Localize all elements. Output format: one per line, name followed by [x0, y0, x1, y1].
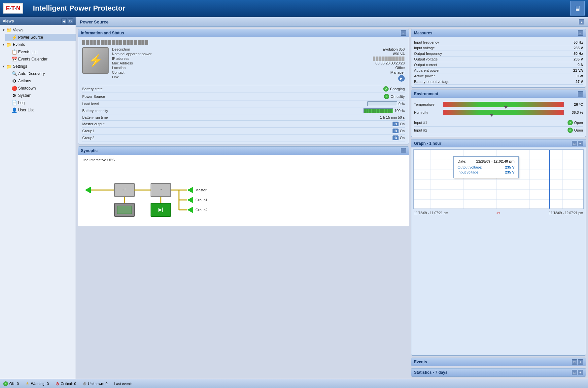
sidebar-item-events[interactable]: ▼ 📁 Events [0, 41, 76, 48]
master-output-value: ⏻ On [393, 122, 405, 126]
temperature-marker [504, 106, 508, 109]
group2-label: Group2 [195, 208, 208, 212]
battery-bar [363, 108, 393, 113]
sidebar-controls: ◀ ↻ [61, 19, 73, 24]
graph-controls: □ − [572, 141, 583, 146]
sidebar-item-actions[interactable]: ⚙ Actions [5, 77, 76, 85]
graph-minimize-btn[interactable]: − [578, 141, 583, 146]
events-panel: Events □ + [411, 358, 586, 366]
tooltip-date-label: Date: [458, 159, 466, 163]
sidebar-label-actions: Actions [18, 79, 31, 83]
synoptic-minimize-btn[interactable]: − [401, 148, 406, 153]
log-icon: 📄 [11, 100, 17, 106]
ip-label: IP address [112, 57, 152, 60]
content-header-btn[interactable]: ▸ [579, 19, 584, 24]
graph-tooltip: Date: 11/18/09 - 12:02:40 pm Output volt… [453, 156, 519, 178]
info-status-minimize-btn[interactable]: − [401, 30, 406, 36]
events-title: Events [414, 360, 427, 364]
group2-value: ⏻ On [393, 136, 405, 140]
environment-minimize-btn[interactable]: − [578, 91, 583, 97]
ok-label: OK: [9, 382, 16, 386]
graph-time-start: 11/18/09 - 11:07:21 am [414, 211, 448, 215]
events-add-btn[interactable]: + [578, 359, 583, 365]
sidebar-item-system[interactable]: ⚙ System [5, 92, 76, 99]
group2-row: Group2 ⏻ On [82, 135, 405, 141]
graph-expand-btn[interactable]: □ [572, 141, 577, 146]
events-controls: □ + [572, 359, 583, 365]
app-header: E·T·N Intelligent Power Protector 🖥 [0, 0, 588, 17]
link-label: Link [112, 75, 152, 82]
sidebar-item-events-list[interactable]: 📋 Events List [5, 48, 76, 56]
sidebar-item-shutdown[interactable]: 🔴 Shutdown [5, 85, 76, 92]
apparent-power-row: Apparent power 21 VA [414, 68, 583, 73]
sidebar-item-settings[interactable]: ▼ 📁 Settings [0, 63, 76, 70]
computer-icon: 🖥 [570, 1, 585, 16]
input2-label: Input #2 [414, 128, 427, 132]
status-unknown: ⊗ Unknown: 0 [83, 381, 108, 386]
master-arrow [187, 187, 193, 193]
sidebar-item-views[interactable]: ▼ 📁 Views [0, 26, 76, 34]
humidity-bar [443, 110, 564, 115]
synoptic-subtitle: Line Interactive UPS [82, 158, 405, 162]
info-status-title: Information and Status [81, 31, 124, 35]
mac-value: 00:06:23:00:20:28 [156, 61, 405, 65]
input1-icon: ✓ [568, 120, 573, 125]
info-status-body: ██████████████████ ⚡ Description Evoluti… [78, 37, 409, 144]
synoptic-body: Line Interactive UPS ≈= [78, 155, 409, 226]
sidebar-item-user-list[interactable]: 👤 User List [5, 106, 76, 114]
bypass-label: ▶| [158, 207, 163, 212]
desc-label: Description [112, 47, 152, 51]
sidebar-item-auto-discovery[interactable]: 🔍 Auto Discovery [5, 70, 76, 77]
measures-controls: − [578, 30, 583, 36]
folder-icon-settings: 📁 [6, 63, 12, 69]
temperature-value: 26 °C [567, 102, 583, 106]
ok-icon: ✓ [3, 381, 8, 386]
input-voltage-value: 235 V [573, 46, 583, 50]
graph-time-icon[interactable]: ✂ [497, 210, 501, 215]
sidebar-tree: ▼ 📁 Views ⚡ Power Source ▼ 📁 Events [0, 25, 76, 379]
battery-inner [117, 206, 132, 214]
right-column: Measures − Input frequency 50 Hz [411, 29, 586, 377]
unknown-value: 0 [106, 382, 108, 386]
events-expand-btn[interactable]: □ [572, 359, 577, 365]
link-icon[interactable]: ▶ [398, 75, 405, 82]
sidebar-item-log[interactable]: 📄 Log [5, 99, 76, 106]
humidity-value: 36.3 % [567, 110, 583, 114]
info-status-controls: − [401, 30, 406, 36]
input2-icon: ✓ [568, 128, 573, 133]
statistics-add-btn[interactable]: + [578, 370, 583, 375]
statistics-expand-btn[interactable]: □ [572, 370, 577, 375]
critical-value: 0 [74, 382, 76, 386]
power-source-label: Power Source [82, 95, 384, 98]
device-fields: Description Evolution 850 Nominal appare… [112, 47, 405, 82]
sidebar-item-events-calendar[interactable]: 📅 Events Calendar [5, 56, 76, 63]
group1-outlet-icon: ⏻ [393, 129, 398, 133]
humidity-marker [490, 114, 494, 117]
sidebar-item-power-source[interactable]: ⚡ Power Source [5, 34, 76, 41]
group2-label: Group2 [82, 136, 393, 140]
load-level-label: Load level [82, 102, 367, 106]
ups-icon: ⚡ [88, 54, 103, 67]
input1-label: Input #1 [414, 121, 427, 125]
output-freq-label: Output frequency [414, 52, 442, 56]
sidebar-label-events-calendar: Events Calendar [18, 57, 48, 61]
critical-icon: ⊗ [55, 381, 59, 386]
sidebar-title: Views [3, 19, 14, 23]
group1-arrow [187, 197, 193, 203]
contact-value: Manager [156, 70, 405, 74]
load-level-row: Load level 0 % [82, 100, 405, 107]
sidebar-refresh-btn[interactable]: ↻ [68, 19, 73, 24]
battery-bar-fill [364, 109, 393, 113]
expand-icon-views: ▼ [1, 28, 6, 32]
statistics-panel: Statistics - 7 days □ + [411, 368, 586, 377]
input-voltage-row: Input voltage 235 V [414, 45, 583, 51]
expand-placeholder [7, 108, 11, 112]
environment-body: Temperature 26 °C Humidity [411, 98, 586, 137]
app-title: Intelligent Power Protector [33, 4, 570, 13]
sidebar-label-views: Views [13, 28, 23, 32]
sidebar-collapse-btn[interactable]: ◀ [61, 19, 67, 24]
synoptic-header: Synoptic − [78, 147, 409, 155]
graph-header: Graph - 1 hour □ − [411, 139, 586, 147]
measures-minimize-btn[interactable]: − [578, 30, 583, 36]
temperature-gauge: Temperature 26 °C [414, 100, 583, 108]
